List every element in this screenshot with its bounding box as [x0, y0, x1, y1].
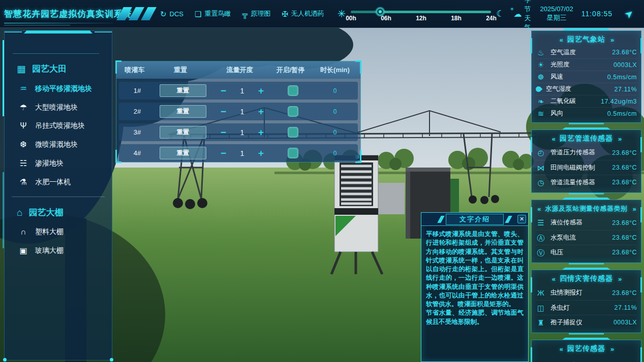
- chevrons-left-icon[interactable]: «: [552, 275, 555, 283]
- topbar-menu-item[interactable]: ╦ 原理图: [242, 9, 270, 18]
- chevrons-right-icon[interactable]: »: [618, 275, 621, 283]
- column-header: 开启/暂停: [271, 65, 310, 75]
- sensor-row: ♜ 孢子捕捉仪 0003LX: [536, 315, 637, 330]
- sensor-value: 27.11%: [615, 304, 637, 311]
- chevrons-right-icon[interactable]: »: [633, 205, 635, 213]
- sprinkler-id: 1#: [119, 87, 156, 94]
- start-pause-toggle[interactable]: [288, 85, 298, 96]
- co2-leaf-icon: ❧: [536, 97, 546, 105]
- sensor-label: 风速: [550, 73, 603, 81]
- slash-decor: [437, 216, 444, 223]
- sprinkler-id: 3#: [119, 128, 156, 136]
- slider-track[interactable]: [351, 11, 491, 13]
- sensor-panel-title: 园艺传感器: [567, 344, 605, 353]
- control-table-header: 喷灌车重置流量开度开启/暂停时长(min): [116, 61, 360, 79]
- sensor-label: 水泵电流: [550, 234, 607, 242]
- reset-button[interactable]: 重置: [160, 105, 206, 118]
- moon-icon: ☾: [496, 8, 504, 19]
- sprinkler-icon: ☂: [19, 103, 28, 112]
- chevrons-left-icon[interactable]: «: [552, 135, 555, 143]
- sidebar-divider-line: [13, 53, 99, 54]
- start-pause-toggle[interactable]: [288, 127, 298, 138]
- chevrons-left-icon[interactable]: «: [537, 205, 540, 213]
- sidebar-item-label: 移动平移灌溉地块: [35, 84, 92, 93]
- text-intro-panel: 文字介绍 ✕ 平移式喷灌系统是由支管、喷头、行进轮和桁架组成，并沿垂直支管方向移…: [421, 212, 529, 362]
- flow-decrease-button[interactable]: −: [215, 148, 232, 158]
- corner-dot: [110, 358, 113, 361]
- sidebar-section-header: ⌂ 园艺大棚: [5, 202, 112, 223]
- left-sidebar: ▦ 园艺大田 ♒ 移动平移灌溉地块 ☂ 大型喷灌地块 Ψ 吊挂式喷灌地块 ❆ 微…: [4, 30, 112, 360]
- flow-value: 1: [232, 149, 253, 157]
- reset-button[interactable]: 重置: [160, 126, 206, 139]
- sensor-row: ❧ 二氧化碳 17.42ug/m3: [536, 95, 637, 107]
- chevrons-right-icon[interactable]: »: [610, 36, 613, 44]
- slider-tick-label: 00h: [346, 15, 356, 22]
- sensor-row: 空气湿度 27.11%: [536, 83, 637, 95]
- slash-decor: [505, 216, 512, 223]
- sidebar-item[interactable]: ☂ 大型喷灌地块: [5, 98, 112, 117]
- flow-decrease-button[interactable]: −: [215, 127, 232, 137]
- sprinkler-control-panel: 喷灌车重置流量开度开启/暂停时长(min) 1# 重置 − 1 + 0 2# 重…: [116, 61, 361, 162]
- sidebar-section-divider: [12, 196, 105, 197]
- top-bar: 智慧花卉园艺虚拟仿真实训系统 ↻ DCS ❏ 重置鸟瞰 ╦ 原理图 ✠ 无人机洒…: [0, 0, 644, 28]
- sidebar-item[interactable]: ❆ 微喷灌溉地块: [5, 135, 112, 154]
- sensor-value: 0003LX: [614, 61, 637, 69]
- chevrons-left-icon[interactable]: «: [560, 345, 562, 353]
- sun-icon: ☀: [536, 61, 546, 69]
- chevrons-right-icon[interactable]: »: [610, 345, 613, 353]
- flow-increase-button[interactable]: +: [253, 86, 270, 95]
- sensor-label: 空气温度: [550, 48, 607, 57]
- start-pause-toggle[interactable]: [288, 148, 298, 158]
- sensor-value: 27.11%: [615, 86, 637, 93]
- sidebar-item[interactable]: Ψ 吊挂式喷灌地块: [5, 117, 112, 135]
- flow-increase-button[interactable]: +: [253, 148, 270, 158]
- daylight-sun-icon: ✳: [510, 7, 514, 12]
- chevrons-left-icon[interactable]: «: [560, 36, 562, 44]
- slider-tick-label: 12h: [416, 15, 426, 22]
- flow-increase-button[interactable]: +: [253, 127, 270, 137]
- duration-value: 0: [312, 87, 358, 94]
- topbar-menu-item[interactable]: ↻ DCS: [160, 10, 183, 18]
- sidebar-item[interactable]: ☵ 渗灌地块: [5, 154, 112, 173]
- sensor-row: Ⓐ 水泵电流 23.68°C: [536, 230, 637, 245]
- sidebar-top-deco: [5, 30, 112, 35]
- sidebar-item[interactable]: ▣ 玻璃大棚: [5, 241, 112, 260]
- slash-decor: [120, 7, 153, 20]
- topbar-menu-item[interactable]: ✠ 无人机洒药: [282, 9, 324, 18]
- menu-item-label: 重置鸟瞰: [204, 9, 231, 18]
- flow-increase-button[interactable]: +: [253, 107, 270, 116]
- sidebar-item[interactable]: ⚗ 水肥一体机: [5, 173, 112, 191]
- sidebar-item-label: 吊挂式喷灌地块: [35, 121, 85, 130]
- send-icon[interactable]: ➤: [622, 6, 636, 21]
- sensor-label: 田间电磁阀控制: [550, 163, 607, 172]
- title-underline: [4, 25, 70, 25]
- slider-tick-label: 24h: [486, 15, 497, 22]
- season-weather-label: 季节天气: [525, 0, 531, 32]
- sensor-value: 23.68°C: [612, 164, 637, 171]
- reset-button[interactable]: 重置: [160, 147, 206, 159]
- menu-item-label: 原理图: [251, 9, 270, 18]
- close-icon[interactable]: ✕: [517, 215, 526, 223]
- slider-tick-label: 06h: [381, 15, 391, 22]
- sidebar-item-label: 渗灌地块: [35, 159, 64, 168]
- reset-button[interactable]: 重置: [160, 84, 206, 97]
- time-of-day-slider-group: ✳ 00h06h12h18h24h ☾: [338, 6, 505, 21]
- corner-dot: [3, 358, 7, 361]
- time-slider[interactable]: 00h06h12h18h24h: [351, 6, 491, 21]
- flow-value: 1: [232, 108, 253, 116]
- sensor-label: 电压: [550, 248, 607, 257]
- flow-decrease-button[interactable]: −: [215, 86, 232, 95]
- sensor-row: ≋ 风向 0.5ms/cm: [536, 107, 637, 119]
- sidebar-item[interactable]: ∩ 塑料大棚: [5, 223, 112, 241]
- flow-value: 1: [232, 87, 253, 95]
- sidebar-item[interactable]: ♒ 移动平移灌溉地块: [5, 79, 112, 98]
- control-table-rows: 1# 重置 − 1 + 0 2# 重置 − 1 + 0 3# 重置 − 1 + …: [116, 79, 360, 165]
- sidebar-section-header: ▦ 园艺大田: [5, 58, 112, 79]
- app-title: 智慧花卉园艺虚拟仿真实训系统: [4, 8, 118, 20]
- season-weather-button[interactable]: ☁✳ 季节天气: [514, 0, 531, 32]
- start-pause-toggle[interactable]: [288, 106, 298, 117]
- chevrons-right-icon[interactable]: »: [618, 135, 621, 143]
- flow-decrease-button[interactable]: −: [215, 107, 232, 116]
- topbar-menu-item[interactable]: ❏ 重置鸟瞰: [195, 9, 231, 18]
- dcs-icon: ↻: [160, 10, 167, 18]
